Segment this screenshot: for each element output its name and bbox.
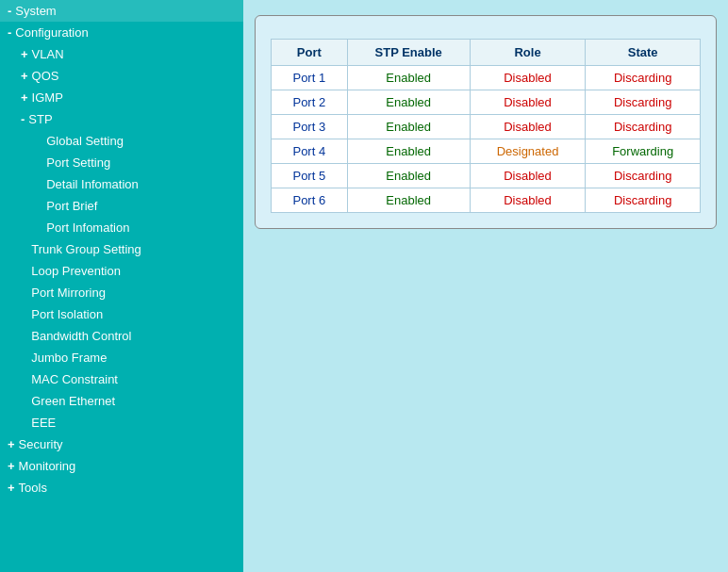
main-content: Port STP Enable Role State Port 1 Enable… [243, 0, 728, 572]
sidebar-item-igmp[interactable]: +IGMP [0, 87, 243, 108]
sidebar-item-jumbo-frame[interactable]: Jumbo Frame [0, 347, 243, 368]
sidebar-prefix: + [21, 69, 28, 83]
table-row: Port 6 Enabled Disabled Discarding [272, 188, 701, 213]
sidebar-label: Port Setting [46, 155, 110, 170]
col-port: Port [272, 40, 348, 66]
sidebar-item-configuration[interactable]: -Configuration [0, 22, 243, 43]
sidebar-prefix [36, 199, 42, 213]
sidebar-item-system[interactable]: -System [0, 0, 243, 22]
sidebar-prefix [36, 221, 42, 235]
sidebar-item-vlan[interactable]: +VLAN [0, 43, 243, 65]
sidebar-label: Configuration [15, 25, 88, 40]
sidebar-label: Tools [19, 481, 47, 495]
sidebar-label: STP [28, 112, 52, 126]
sidebar-prefix: + [21, 90, 28, 105]
cell-port: Port 3 [272, 115, 348, 139]
cell-stp-enable: Enabled [347, 66, 470, 90]
sidebar-label: MAC Constraint [31, 372, 118, 386]
sidebar-item-stp[interactable]: -STP [0, 108, 243, 130]
sidebar-prefix [21, 264, 27, 278]
cell-stp-enable: Enabled [347, 90, 470, 115]
sidebar-label: VLAN [32, 47, 64, 61]
sidebar-prefix: + [8, 481, 15, 495]
sidebar-prefix [21, 329, 27, 343]
sidebar-item-port-isolation[interactable]: Port Isolation [0, 303, 243, 325]
sidebar-item-green-ethernet[interactable]: Green Ethernet [0, 390, 243, 412]
sidebar-item-port-infomation[interactable]: Port Infomation [0, 217, 243, 238]
sidebar-item-bandwidth-control[interactable]: Bandwidth Control [0, 325, 243, 347]
sidebar-prefix [36, 177, 42, 191]
sidebar: -System-Configuration+VLAN+QOS+IGMP-STP … [0, 0, 243, 572]
cell-role: Disabled [470, 188, 586, 213]
cell-stp-enable: Enabled [347, 139, 470, 164]
sidebar-item-port-setting[interactable]: Port Setting [0, 152, 243, 173]
table-row: Port 3 Enabled Disabled Discarding [272, 115, 701, 139]
cell-role: Designated [470, 139, 586, 164]
cell-state: Discarding [586, 90, 701, 115]
sidebar-label: IGMP [32, 90, 63, 105]
sidebar-label: Port Brief [46, 199, 97, 213]
cell-port: Port 4 [272, 139, 348, 164]
sidebar-prefix [21, 372, 27, 386]
sidebar-label: Jumbo Frame [31, 351, 107, 365]
sidebar-label: Bandwidth Control [31, 329, 131, 343]
sidebar-prefix: + [8, 459, 15, 473]
cell-role: Disabled [470, 115, 586, 139]
table-row: Port 1 Enabled Disabled Discarding [272, 66, 701, 90]
table-row: Port 2 Enabled Disabled Discarding [272, 90, 701, 115]
sidebar-item-tools[interactable]: +Tools [0, 477, 243, 498]
cell-role: Disabled [470, 164, 586, 188]
sidebar-prefix [21, 307, 27, 321]
sidebar-label: Port Isolation [31, 307, 103, 321]
cell-stp-enable: Enabled [347, 164, 470, 188]
sidebar-item-qos[interactable]: +QOS [0, 65, 243, 87]
cell-stp-enable: Enabled [347, 115, 470, 139]
sidebar-item-port-brief[interactable]: Port Brief [0, 195, 243, 217]
sidebar-prefix: - [21, 112, 25, 126]
sidebar-prefix [21, 416, 27, 430]
cell-port: Port 1 [272, 66, 348, 90]
sidebar-item-security[interactable]: +Security [0, 433, 243, 455]
sidebar-item-detail-infomation[interactable]: Detail Infomation [0, 173, 243, 195]
sidebar-prefix: + [21, 47, 28, 61]
stp-port-brief-panel: Port STP Enable Role State Port 1 Enable… [255, 15, 717, 229]
cell-port: Port 6 [272, 188, 348, 213]
sidebar-prefix [36, 155, 42, 170]
sidebar-prefix [36, 134, 42, 148]
sidebar-label: Global Setting [46, 134, 124, 148]
sidebar-item-global-setting[interactable]: Global Setting [0, 130, 243, 152]
col-role: Role [470, 40, 586, 66]
sidebar-item-port-mirroring[interactable]: Port Mirroring [0, 282, 243, 303]
sidebar-item-trunk-group-setting[interactable]: Trunk Group Setting [0, 238, 243, 260]
col-stp-enable: STP Enable [347, 40, 470, 66]
sidebar-item-loop-prevention[interactable]: Loop Prevention [0, 260, 243, 282]
sidebar-item-eee[interactable]: EEE [0, 412, 243, 433]
cell-stp-enable: Enabled [347, 188, 470, 213]
sidebar-item-monitoring[interactable]: +Monitoring [0, 455, 243, 477]
sidebar-prefix [21, 394, 27, 408]
sidebar-prefix [21, 286, 27, 300]
sidebar-prefix: - [8, 4, 11, 18]
cell-port: Port 5 [272, 164, 348, 188]
cell-state: Discarding [586, 188, 701, 213]
sidebar-label: Port Mirroring [31, 286, 106, 300]
sidebar-label: Trunk Group Setting [31, 242, 141, 256]
sidebar-label: Loop Prevention [31, 264, 121, 278]
sidebar-prefix [21, 351, 27, 365]
sidebar-prefix: - [8, 25, 11, 40]
sidebar-prefix: + [8, 437, 15, 451]
sidebar-label: QOS [32, 69, 59, 83]
cell-state: Discarding [586, 115, 701, 139]
sidebar-label: System [15, 4, 56, 18]
sidebar-label: Green Ethernet [31, 394, 115, 408]
cell-state: Discarding [586, 164, 701, 188]
cell-role: Disabled [470, 66, 586, 90]
sidebar-label: Monitoring [19, 459, 76, 473]
sidebar-item-mac-constraint[interactable]: MAC Constraint [0, 368, 243, 390]
table-header-row: Port STP Enable Role State [272, 40, 701, 66]
sidebar-prefix [21, 242, 27, 256]
col-state: State [586, 40, 701, 66]
sidebar-label: Port Infomation [46, 221, 129, 235]
stp-table: Port STP Enable Role State Port 1 Enable… [271, 39, 701, 213]
cell-state: Discarding [586, 66, 701, 90]
